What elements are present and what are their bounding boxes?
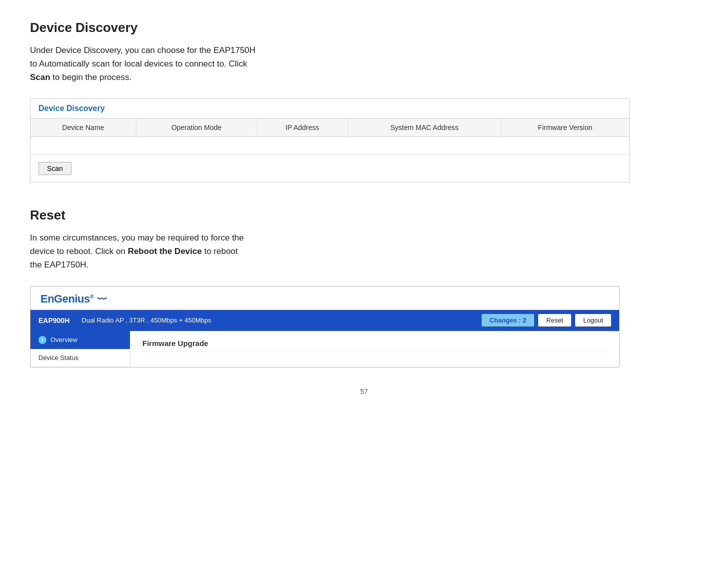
engenius-content: i Overview Device Status Firmware Upgrad… xyxy=(30,331,619,367)
device-discovery-heading: Device Discovery xyxy=(30,20,698,36)
col-device-name: Device Name xyxy=(30,118,136,137)
reset-desc-bold: Reboot the Device xyxy=(128,246,202,256)
engenius-logo: EnGenius® 〰 xyxy=(40,292,106,305)
engenius-main-content: Firmware Upgrade xyxy=(130,331,619,367)
engenius-ui-screenshot: EnGenius® 〰 EAP900H Dual Radio AP , 3T3R… xyxy=(30,286,620,368)
reset-desc-line1: In some circumstances, you may be requir… xyxy=(30,233,244,242)
reset-desc-line2: device to reboot. Click on xyxy=(30,246,125,256)
desc-line3: to begin the process. xyxy=(50,72,132,82)
col-operation-mode: Operation Mode xyxy=(136,118,257,137)
col-ip-address: IP Address xyxy=(257,118,348,137)
registered-mark: ® xyxy=(90,293,94,299)
info-icon: i xyxy=(38,336,46,344)
wifi-icon: 〰 xyxy=(97,294,106,304)
device-discovery-description: Under Device Discovery, you can choose f… xyxy=(30,44,340,84)
engenius-header-bar: EnGenius® 〰 xyxy=(30,286,619,310)
col-firmware-version: Firmware Version xyxy=(501,118,629,137)
desc-line1: Under Device Discovery, you can choose f… xyxy=(30,46,255,55)
page-number: 57 xyxy=(30,388,698,396)
engenius-sidebar: i Overview Device Status xyxy=(30,331,130,367)
table-header-row: Device Name Operation Mode IP Address Sy… xyxy=(30,118,629,137)
logout-button[interactable]: Logout xyxy=(575,314,611,326)
reset-section: Reset In some circumstances, you may be … xyxy=(30,208,698,368)
scan-button[interactable]: Scan xyxy=(38,162,71,175)
engenius-nav-bar: EAP900H Dual Radio AP , 3T3R , 450Mbps +… xyxy=(30,310,619,331)
reset-description: In some circumstances, you may be requir… xyxy=(30,231,340,272)
engenius-model-label: EAP900H xyxy=(38,316,69,324)
reset-desc-line4: the EAP1750H. xyxy=(30,260,88,270)
reset-desc-line3: to reboot xyxy=(204,246,238,256)
engenius-main-title: Firmware Upgrade xyxy=(142,339,607,352)
sidebar-device-status-item[interactable]: Device Status xyxy=(30,349,130,367)
device-discovery-box: Device Discovery Device Name Operation M… xyxy=(30,98,630,183)
reset-heading: Reset xyxy=(30,208,698,223)
sidebar-overview-item[interactable]: i Overview xyxy=(30,331,130,349)
table-empty-row xyxy=(30,136,629,154)
desc-line2: to Automatically scan for local devices … xyxy=(30,59,247,68)
sidebar-overview-label: Overview xyxy=(50,336,77,344)
col-system-mac: System MAC Address xyxy=(348,118,501,137)
engenius-desc-label: Dual Radio AP , 3T3R , 450Mbps + 450Mbps xyxy=(81,316,477,324)
device-discovery-table: Device Name Operation Mode IP Address Sy… xyxy=(30,118,629,155)
reset-button[interactable]: Reset xyxy=(538,314,571,326)
sidebar-device-status-label: Device Status xyxy=(38,354,78,362)
dd-box-title: Device Discovery xyxy=(30,99,629,118)
desc-bold-scan: Scan xyxy=(30,72,50,82)
device-discovery-section: Device Discovery Under Device Discovery,… xyxy=(30,20,698,182)
scan-row: Scan xyxy=(30,154,629,182)
changes-button[interactable]: Changes : 2 xyxy=(482,314,535,326)
